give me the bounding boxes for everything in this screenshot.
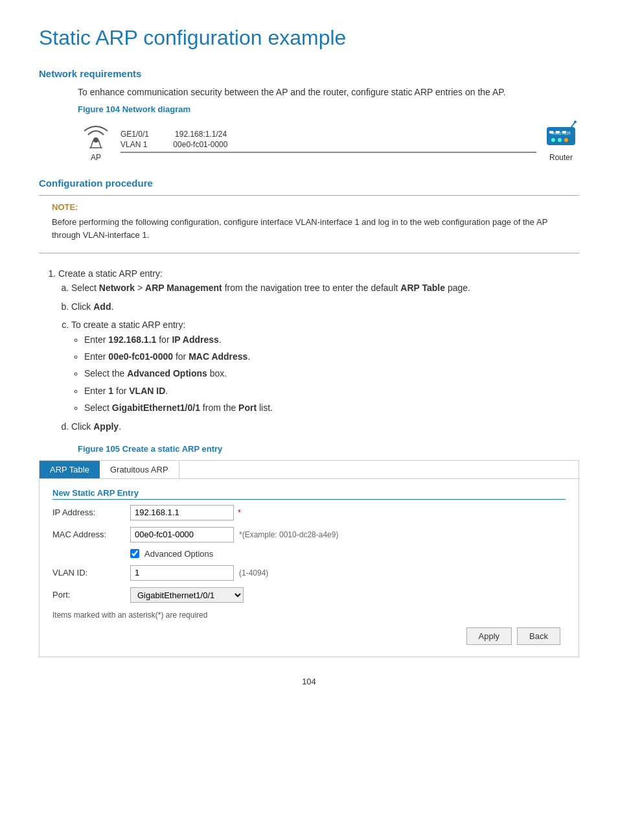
svg-line-2 xyxy=(98,140,101,148)
advanced-options-row: Advanced Options xyxy=(130,549,566,559)
button-row: Apply Back xyxy=(52,627,566,650)
svg-point-10 xyxy=(551,138,555,142)
network-requirements-title: Network requirements xyxy=(39,68,579,79)
vlan-id-label: VLAN ID: xyxy=(52,568,130,578)
step-d: Click Apply. xyxy=(71,419,579,434)
page-number: 104 xyxy=(39,677,579,686)
mac-address-label: MAC Address: xyxy=(52,530,130,539)
router-device: ROUTER Router xyxy=(543,121,579,162)
step-1-label: Create a static ARP entry: xyxy=(58,268,163,279)
bullet-2: Enter 00e0-fc01-0000 for MAC Address. xyxy=(84,349,579,364)
step-1: Create a static ARP entry: Select Networ… xyxy=(58,266,579,434)
advanced-options-label: Advanced Options xyxy=(144,549,213,559)
mac-address-row: MAC Address: *(Example: 0010-dc28-a4e9) xyxy=(52,527,566,542)
tab-arp-table[interactable]: ARP Table xyxy=(40,461,100,478)
ap-device: AP xyxy=(78,121,114,162)
connection-line xyxy=(120,152,536,153)
note-label: NOTE: xyxy=(52,202,566,212)
items-note: Items marked with an asterisk(*) are req… xyxy=(52,609,566,621)
bullet-list: Enter 192.168.1.1 for IP Address. Enter … xyxy=(84,332,579,415)
note-box: NOTE: Before performing the following co… xyxy=(39,195,579,253)
svg-text:ROUTER: ROUTER xyxy=(551,131,571,135)
svg-rect-4 xyxy=(547,127,575,145)
form-area: New Static ARP Entry IP Address: * MAC A… xyxy=(40,479,578,657)
sub-steps-list: Select Network > ARP Management from the… xyxy=(71,281,579,434)
figure-104-title: Figure 104 Network diagram xyxy=(78,104,579,114)
vlan-hint: (1-4094) xyxy=(239,568,268,578)
port-select[interactable]: GigabitEthernet1/0/1 xyxy=(130,587,244,603)
note-text: Before performing the following configur… xyxy=(52,216,566,241)
bullet-3: Select the Advanced Options box. xyxy=(84,366,579,380)
configuration-procedure-title: Configuration procedure xyxy=(39,178,579,189)
port-label: Port: xyxy=(52,590,130,600)
port-row: Port: GigabitEthernet1/0/1 xyxy=(52,587,566,603)
mac-label: 00e0-fc01-0000 xyxy=(173,140,227,149)
vlan-id-row: VLAN ID: (1-4094) xyxy=(52,565,566,581)
tab-gratuitous-arp[interactable]: Gratuitous ARP xyxy=(100,461,179,478)
router-icon: ROUTER xyxy=(543,121,579,150)
ip-required: * xyxy=(238,508,241,517)
step-c: To create a static ARP entry: Enter 192.… xyxy=(71,318,579,415)
ip-address-input[interactable] xyxy=(130,505,234,520)
step-a: Select Network > ARP Management from the… xyxy=(71,281,579,295)
page-title: Static ARP configuration example xyxy=(39,26,579,50)
ip-label: 192.168:1.1/24 xyxy=(175,130,227,139)
svg-point-12 xyxy=(564,138,568,142)
router-label: Router xyxy=(549,153,573,162)
bullet-1: Enter 192.168.1.1 for IP Address. xyxy=(84,332,579,347)
advanced-options-checkbox[interactable] xyxy=(130,549,139,558)
bullet-5: Select GigabitEthernet1/0/1 from the Por… xyxy=(84,401,579,415)
vlan-id-input[interactable] xyxy=(130,565,234,581)
figure-105-form: ARP Table Gratuitous ARP New Static ARP … xyxy=(39,460,579,657)
step-b: Click Add. xyxy=(71,299,579,314)
svg-point-11 xyxy=(558,138,562,142)
ip-address-label: IP Address: xyxy=(52,508,130,517)
figure-105-title: Figure 105 Create a static ARP entry xyxy=(78,444,579,454)
ip-address-row: IP Address: * xyxy=(52,505,566,520)
tab-bar: ARP Table Gratuitous ARP xyxy=(40,461,578,479)
network-requirements-description: To enhance communication security betwee… xyxy=(78,86,579,99)
svg-line-1 xyxy=(91,140,93,148)
network-requirements-section: Network requirements To enhance communic… xyxy=(39,68,579,162)
bullet-4: Enter 1 for VLAN ID. xyxy=(84,384,579,398)
main-steps-list: Create a static ARP entry: Select Networ… xyxy=(58,266,579,434)
ap-label: AP xyxy=(91,153,101,162)
configuration-procedure-section: Configuration procedure NOTE: Before per… xyxy=(39,178,579,657)
ap-icon xyxy=(78,121,114,150)
apply-button[interactable]: Apply xyxy=(466,627,512,645)
connection-area: GE1/0/1 192.168:1.1/24 VLAN 1 00e0-fc01-… xyxy=(114,130,543,153)
ge-label: GE1/0/1 xyxy=(120,130,149,139)
back-button[interactable]: Back xyxy=(517,627,560,645)
mac-hint: *(Example: 0010-dc28-a4e9) xyxy=(239,530,338,539)
new-static-arp-title: New Static ARP Entry xyxy=(52,488,566,500)
svg-point-9 xyxy=(574,121,577,123)
svg-point-0 xyxy=(93,137,98,143)
mac-address-input[interactable] xyxy=(130,527,234,542)
vlan-label: VLAN 1 xyxy=(120,140,147,149)
network-diagram: AP GE1/0/1 192.168:1.1/24 VLAN 1 00e0-fc… xyxy=(78,121,579,162)
